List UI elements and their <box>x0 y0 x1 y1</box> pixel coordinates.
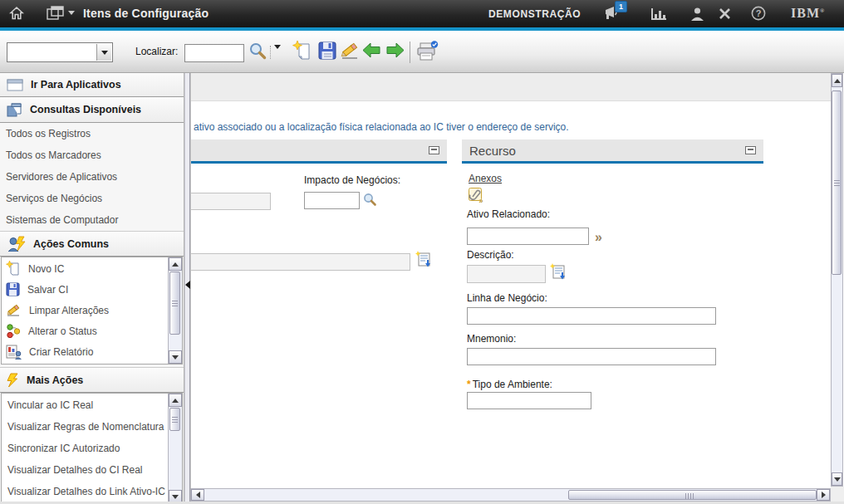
query-item[interactable]: Todos os Marcadores <box>0 144 184 166</box>
action-salvar-ci[interactable]: Salvar CI <box>2 279 168 300</box>
sidebar-section-go-to-applications[interactable]: Ir Para Aplicativos <box>0 73 184 97</box>
application-window-icon <box>7 79 23 91</box>
sign-out-button[interactable] <box>718 7 732 24</box>
scroll-up-button[interactable] <box>169 257 182 271</box>
toolbar-separator <box>410 42 410 63</box>
action-detalhes-link-ativo-ic[interactable]: Visualizar Detalhes do Link Ativo-IC <box>2 481 168 502</box>
environment-label: DEMONSTRAÇÃO <box>488 8 581 20</box>
search-icon <box>363 193 377 207</box>
minimize-section-button[interactable] <box>429 146 439 154</box>
find-input[interactable] <box>184 44 244 62</box>
find-button[interactable] <box>248 42 267 64</box>
query-item[interactable]: Serviços de Negócios <box>0 188 184 209</box>
search-icon <box>248 42 267 61</box>
scrollbar-thumb[interactable] <box>568 490 817 500</box>
common-actions-scrollbar[interactable] <box>168 257 182 364</box>
query-list: Todos os Registros Todos os Marcadores S… <box>0 123 184 231</box>
scroll-right-button[interactable] <box>817 489 830 501</box>
horizontal-scrollbar[interactable] <box>190 488 831 502</box>
scroll-up-button[interactable] <box>169 394 182 407</box>
svg-text:»: » <box>479 197 483 204</box>
related-asset-input[interactable] <box>467 228 589 245</box>
triangle-down-icon <box>834 477 841 482</box>
attachments-link[interactable]: Anexos <box>469 173 502 184</box>
scrollbar-thumb[interactable] <box>169 272 180 335</box>
reports-button[interactable] <box>650 7 667 24</box>
query-label: Serviços de Negócios <box>6 193 102 204</box>
query-label: Sistemas de Computador <box>6 214 118 226</box>
detail-menu-button[interactable]: » <box>595 231 602 244</box>
thumb-grip <box>172 303 178 304</box>
long-description-button[interactable] <box>550 263 567 284</box>
mnemonic-input[interactable] <box>467 348 716 365</box>
sidebar-section-more-actions[interactable]: Mais Ações <box>0 367 184 393</box>
action-vincular-ic-real[interactable]: Vincular ao IC Real <box>2 394 168 416</box>
more-actions-list: Vincular ao IC Real Visualizar Regras de… <box>1 393 183 504</box>
announcements-button[interactable]: 1 <box>602 5 621 24</box>
environment-type-input[interactable] <box>467 392 591 409</box>
action-label: Visualizar Detalhes do CI Real <box>7 464 143 476</box>
description-input <box>467 265 546 283</box>
scroll-left-button[interactable] <box>191 489 204 501</box>
action-sincronizar-ic[interactable]: Sincronizar IC Autorizado <box>2 438 168 459</box>
clear-changes-button[interactable] <box>339 41 361 64</box>
arrow-left-icon <box>361 41 382 60</box>
long-description-button[interactable] <box>415 251 433 272</box>
action-label: Novo IC <box>28 263 64 275</box>
sidebar-section-common-actions[interactable]: Ações Comuns <box>0 231 184 257</box>
sidebar-section-available-queries[interactable]: Consultas Disponíveis <box>0 97 184 123</box>
print-button[interactable] <box>416 41 439 65</box>
navigation-sidebar: Ir Para Aplicativos Consultas Disponívei… <box>0 73 184 504</box>
scroll-down-button[interactable] <box>169 350 182 364</box>
section-title: Ir Para Aplicativos <box>31 79 121 91</box>
save-record-button[interactable] <box>317 41 337 64</box>
query-item[interactable]: Todos os Registros <box>0 123 184 144</box>
find-label: Localizar: <box>135 46 178 57</box>
advanced-search-dropdown[interactable] <box>274 49 281 64</box>
go-to-applications-menu[interactable] <box>47 6 75 20</box>
minimize-section-button[interactable] <box>745 146 756 154</box>
query-select[interactable] <box>7 42 113 62</box>
app-header-bar: Itens de Configuração DEMONSTRAÇÃO 1 ? I… <box>0 0 844 27</box>
toolbar-dotted-separator <box>270 46 271 59</box>
query-item[interactable]: Servidores de Aplicativos <box>0 166 184 188</box>
attachments-button[interactable]: » <box>468 187 485 208</box>
query-item[interactable]: Sistemas de Computador <box>0 209 184 231</box>
long-description-icon <box>415 251 433 268</box>
chevron-down-icon <box>68 11 75 15</box>
new-record-button[interactable] <box>292 41 313 65</box>
action-alterar-status[interactable]: Alterar o Status <box>2 321 168 341</box>
common-actions-list: Novo IC Salvar CI Limpar Alterações Alte… <box>1 257 183 365</box>
profile-button[interactable] <box>690 7 704 24</box>
scrollbar-thumb[interactable] <box>169 408 180 431</box>
next-record-button[interactable] <box>385 41 405 63</box>
create-report-icon <box>6 345 22 360</box>
query-label: Todos os Registros <box>6 128 91 139</box>
long-description-icon <box>550 263 567 281</box>
printer-icon <box>416 41 439 61</box>
home-icon[interactable] <box>9 6 24 24</box>
previous-record-button[interactable] <box>361 41 382 63</box>
line-of-business-input[interactable] <box>467 307 716 325</box>
more-actions-scrollbar[interactable] <box>168 394 182 503</box>
scroll-down-button[interactable] <box>832 472 842 486</box>
application-window: Itens de Configuração DEMONSTRAÇÃO 1 ? I… <box>0 0 844 504</box>
notification-badge: 1 <box>615 1 627 12</box>
action-regras-nomenclatura[interactable]: Visualizar Regras de Nomenclatura <box>2 416 168 438</box>
action-novo-ic[interactable]: Novo IC <box>2 258 168 279</box>
action-label: Visualizar Detalhes do Link Ativo-IC <box>7 486 165 497</box>
query-label: Servidores de Aplicativos <box>6 171 117 183</box>
business-impact-lookup-button[interactable] <box>363 193 377 210</box>
thumb-grip <box>685 493 686 499</box>
business-impact-input[interactable] <box>304 192 360 209</box>
vertical-scrollbar[interactable] <box>831 73 843 487</box>
help-button[interactable]: ? <box>751 6 766 24</box>
query-select-dropdown-button[interactable] <box>96 44 111 61</box>
scroll-up-button[interactable] <box>832 74 842 87</box>
action-limpar-alteracoes[interactable]: Limpar Alterações <box>2 300 168 321</box>
new-document-icon <box>292 41 313 61</box>
action-detalhes-ci-real[interactable]: Visualizar Detalhes do CI Real <box>2 459 168 481</box>
action-criar-relatorio[interactable]: Criar Relatório <box>2 341 168 362</box>
triangle-left-icon <box>196 492 200 498</box>
scrollbar-thumb[interactable] <box>832 91 842 275</box>
